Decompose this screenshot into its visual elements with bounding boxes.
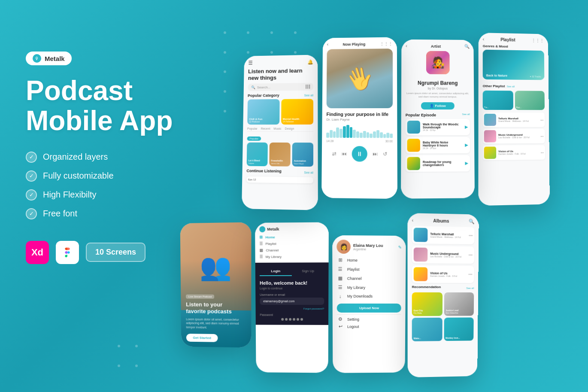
- tab-recent[interactable]: Recent: [261, 127, 270, 130]
- episode-thumb-3: [407, 157, 420, 170]
- more-dots-3[interactable]: •••: [541, 151, 544, 154]
- more-menu[interactable]: ⋮⋮⋮: [380, 41, 393, 46]
- recommendation-grid: East CityFlo Rida Justice LeadDon Silver…: [412, 292, 474, 341]
- mini-card-2[interactable]: Raz...: [515, 91, 545, 110]
- next-button[interactable]: ⏭: [372, 151, 377, 157]
- rec-card-3[interactable]: Wake...: [412, 318, 443, 341]
- search-icon[interactable]: 🔍: [464, 44, 470, 49]
- tab-music[interactable]: Music: [273, 127, 281, 130]
- album-2[interactable]: Music Underground Leo Richelle · Chill &…: [412, 246, 475, 264]
- back-icon[interactable]: ‹: [406, 44, 407, 49]
- album-1[interactable]: Telluric Marshall Grand Music · Wellness…: [412, 226, 475, 244]
- nav-section: Metalk ⊞ Home ☰ Playlist ▦ Channel ☰ My …: [255, 222, 329, 263]
- nav-playlist[interactable]: ☰ Playlist: [259, 241, 324, 246]
- song-artist: Dr. Liam Payne: [326, 118, 393, 122]
- artist-header: Artist: [431, 44, 441, 49]
- more-dots-1[interactable]: •••: [540, 118, 543, 121]
- email-label: Username or email: [260, 293, 324, 296]
- playlist-ep-3[interactable]: Vision of Us Damien Jurado · Folk · 9 Fo…: [483, 145, 545, 161]
- shuffle-button[interactable]: ⇄: [332, 151, 336, 157]
- episode-thumb-2: [407, 139, 420, 152]
- mini-card-1[interactable]: Tra...: [483, 91, 513, 110]
- settings-icon: ⚙: [337, 316, 344, 322]
- profile-nav-library[interactable]: ☰ My Library: [337, 285, 401, 290]
- phone-now-playing: ‹ Now Playing ⋮⋮⋮ 🖐 Finding your purpose…: [321, 37, 397, 199]
- ep-thumb-1: [484, 114, 496, 126]
- category-mental[interactable]: Mental Health14 Follower: [281, 99, 314, 125]
- left-panel: 🎙 Metalk Podcast Mobile App ✓ Organized …: [26, 52, 173, 264]
- play-icon-3[interactable]: ▶: [465, 161, 468, 165]
- album-menu-2[interactable]: •••: [469, 253, 473, 257]
- back-icon[interactable]: ‹: [483, 37, 484, 42]
- pause-button[interactable]: ⏸: [352, 146, 367, 162]
- playlist-ep-2[interactable]: Music Underground Leo Richelle · Chill &…: [483, 129, 545, 144]
- ep-thumb-3: [484, 146, 496, 159]
- upload-button[interactable]: Upload Now: [337, 304, 401, 313]
- phone-browse: ☰ 🔔 Listen now and learn new things 🔍 Se…: [242, 55, 318, 210]
- user-row: 👩 Elaina Mary Lou Argentine ✎: [336, 240, 401, 254]
- nav-library[interactable]: ☰ My Library: [260, 254, 324, 259]
- album-menu-3[interactable]: •••: [468, 272, 472, 277]
- feature-organized-layers: ✓ Organized layers: [26, 152, 173, 163]
- card-automation[interactable]: AutomationDaniel Boyat: [292, 143, 314, 167]
- feature-fully-customizable: ✓ Fully customizable: [26, 170, 173, 182]
- play-icon-2[interactable]: ▶: [465, 143, 468, 147]
- brand-icon: 🎙: [33, 54, 41, 63]
- user-name: Elaina Mary Lou: [353, 243, 383, 248]
- search-bar[interactable]: 🔍 Search...: [248, 83, 313, 91]
- get-started-button[interactable]: Get Started: [186, 334, 218, 342]
- episode-2[interactable]: Baby White Noise Hairdryer 8 hours 24:34…: [406, 137, 470, 154]
- genres-card[interactable]: Back to Nature ✦ 32 Tracks: [483, 50, 545, 80]
- playlist-icon: ☰: [337, 266, 344, 272]
- nav-channel[interactable]: ▦ Channel: [260, 248, 324, 252]
- check-icon: ✓: [26, 152, 37, 163]
- settings-item[interactable]: ⚙ Setting: [337, 316, 401, 322]
- tab-popular[interactable]: Popular: [247, 127, 258, 130]
- browse-title: Listen now and learn new things: [248, 67, 313, 81]
- follow-button[interactable]: 👤 Follow: [421, 102, 454, 109]
- edit-button[interactable]: ✎: [398, 245, 402, 249]
- continue-item[interactable]: Eps 12: [246, 176, 313, 183]
- rec-card-1[interactable]: East CityFlo Rida: [412, 292, 443, 316]
- prev-button[interactable]: ⏮: [341, 151, 346, 157]
- signup-tab[interactable]: Sign Up: [292, 267, 324, 276]
- genres-section: Genres & Mood: [483, 44, 544, 49]
- ep-thumb-2: [484, 130, 496, 142]
- repeat-button[interactable]: ↺: [383, 151, 387, 157]
- episode-1[interactable]: Walk through the Woods: Soundscape 14.1k…: [406, 119, 470, 135]
- login-tab[interactable]: Login: [260, 267, 292, 276]
- back-button[interactable]: ‹: [327, 42, 328, 47]
- card-let-it-bleed[interactable]: Let it BleedSufyina: [247, 143, 268, 166]
- other-playlist-label: Other Playlist: [483, 84, 505, 88]
- profile-nav-downloads[interactable]: ↓ My Downloads: [337, 294, 401, 299]
- rec-card-4[interactable]: Monkey love...: [444, 317, 474, 341]
- promo-headline: Listen to your favorite podcasts: [186, 301, 246, 315]
- library-icon: ☰: [260, 255, 263, 259]
- more-icon[interactable]: ⋮⋮⋮: [531, 38, 544, 43]
- album-menu-1[interactable]: •••: [469, 234, 473, 238]
- profile-nav-home[interactable]: ⊞ Home: [336, 257, 401, 263]
- profile-nav-channel[interactable]: ▦ Channel: [337, 276, 402, 281]
- play-icon-1[interactable]: ▶: [465, 125, 468, 129]
- playlist-header: Playlist: [500, 37, 515, 42]
- search-icon[interactable]: 🔍: [469, 219, 475, 224]
- forgot-password[interactable]: Forgot password?: [260, 307, 324, 310]
- profile-nav-playlist[interactable]: ☰ Playlist: [337, 266, 402, 272]
- check-icon-2: ✓: [26, 170, 37, 182]
- rec-card-2[interactable]: Justice LeadDon Silverfox: [444, 292, 474, 316]
- xd-icon: Xd: [26, 241, 49, 264]
- email-input[interactable]: elainamary@gmail.com: [260, 298, 324, 305]
- logout-item[interactable]: ↩ Logout: [337, 324, 401, 329]
- category-chill[interactable]: Chill & Fun12 Podcast: [247, 99, 279, 125]
- more-dots-2[interactable]: •••: [540, 134, 543, 137]
- episode-thumb-1: [407, 121, 420, 134]
- back-icon[interactable]: ‹: [412, 218, 413, 223]
- nav-home[interactable]: ⊞ Home: [259, 234, 324, 239]
- episode-3[interactable]: Roadmap for young changemakers ▶: [405, 155, 470, 172]
- album-thumb-2: [414, 247, 427, 261]
- song-title: Finding your purpose in life: [327, 112, 393, 117]
- album-3[interactable]: Vision of Us Damien Jurado · Folk · 9 Fo…: [412, 265, 474, 283]
- tab-design[interactable]: Design: [285, 127, 294, 130]
- playlist-ep-1[interactable]: Telluric Marshall Grand Music · Wellness…: [483, 112, 545, 127]
- card-freewhellin[interactable]: FreewhellinJames Udc: [269, 143, 291, 167]
